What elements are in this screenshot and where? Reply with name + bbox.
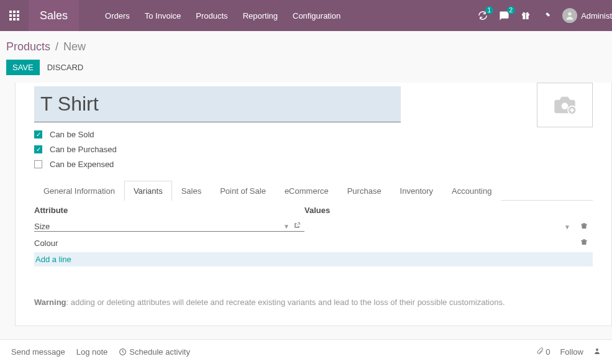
chevron-down-icon[interactable]: ▼ <box>283 223 290 230</box>
chat-badge: 2 <box>507 6 516 14</box>
tools-button[interactable] <box>542 11 551 20</box>
nav-reporting[interactable]: Reporting <box>243 11 278 20</box>
tab-inventory[interactable]: Inventory <box>391 181 442 201</box>
trash-icon <box>580 238 588 246</box>
breadcrumb-separator: / <box>55 40 58 53</box>
attribute-row-colour: Colour <box>34 235 593 251</box>
add-line-button[interactable]: Add a line <box>35 255 71 264</box>
variants-warning: Warning: adding or deleting attributes w… <box>34 298 593 307</box>
nav-orders[interactable]: Orders <box>105 11 130 20</box>
attribute-cell[interactable]: Size ▼ <box>34 222 304 232</box>
user-name-label: Administ <box>581 11 612 20</box>
can-be-purchased-checkbox[interactable] <box>34 145 42 153</box>
apps-grid-icon <box>9 11 19 20</box>
can-be-sold-row: Can be Sold <box>34 130 593 139</box>
tab-sales[interactable]: Sales <box>172 181 211 201</box>
product-flags: Can be Sold Can be Purchased Can be Expe… <box>34 130 593 169</box>
header-values: Values <box>304 206 575 215</box>
chat-button[interactable]: 2 <box>499 11 509 21</box>
apps-launcher[interactable] <box>0 0 29 31</box>
nav-to-invoice[interactable]: To Invoice <box>145 11 181 20</box>
external-link-icon[interactable] <box>293 222 301 231</box>
delete-row-button[interactable] <box>580 239 588 248</box>
tab-point-of-sale[interactable]: Point of Sale <box>211 181 275 201</box>
chevron-down-icon[interactable]: ▼ <box>564 224 570 230</box>
avatar-icon <box>562 8 577 23</box>
user-menu[interactable]: Administ <box>562 8 612 23</box>
tab-purchase[interactable]: Purchase <box>338 181 391 201</box>
refresh-button[interactable]: 1 <box>478 11 488 20</box>
product-tabs: General Information Variants Sales Point… <box>34 180 593 201</box>
nav-right: 1 2 Administ <box>478 8 612 23</box>
svg-rect-2 <box>525 14 526 19</box>
gift-icon <box>521 11 531 20</box>
attribute-name-text[interactable]: Colour <box>34 239 301 248</box>
main-nav: Orders To Invoice Products Reporting Con… <box>105 11 478 20</box>
warning-label: Warning <box>34 298 66 307</box>
form-sheet: Can be Sold Can be Purchased Can be Expe… <box>15 83 612 326</box>
can-be-expensed-checkbox[interactable] <box>34 160 42 168</box>
attribute-row-size: Size ▼ ▼ <box>34 219 593 235</box>
nav-products[interactable]: Products <box>196 11 227 20</box>
add-line-row: Add a line <box>34 252 593 266</box>
product-image-placeholder[interactable] <box>537 83 593 127</box>
save-button[interactable]: SAVE <box>6 60 40 75</box>
nav-configuration[interactable]: Configuration <box>293 11 340 20</box>
action-bar: SAVE DISCARD <box>0 60 612 83</box>
can-be-sold-checkbox[interactable] <box>34 130 42 139</box>
camera-plus-icon <box>550 93 579 117</box>
can-be-sold-label: Can be Sold <box>50 130 94 139</box>
tab-ecommerce[interactable]: eCommerce <box>275 181 338 201</box>
top-navbar: Sales Orders To Invoice Products Reporti… <box>0 0 612 31</box>
tools-icon <box>542 11 551 20</box>
can-be-purchased-row: Can be Purchased <box>34 145 593 154</box>
discard-button[interactable]: DISCARD <box>47 63 84 72</box>
app-title[interactable]: Sales <box>29 0 79 31</box>
tab-general-information[interactable]: General Information <box>34 181 124 201</box>
trash-icon <box>580 222 588 230</box>
breadcrumb-current: New <box>63 40 86 53</box>
gift-button[interactable] <box>521 11 531 20</box>
product-name-input[interactable] <box>34 86 401 122</box>
refresh-badge: 1 <box>485 6 494 14</box>
delete-row-button[interactable] <box>580 223 588 232</box>
header-attribute: Attribute <box>34 206 304 215</box>
breadcrumb: Products / New <box>0 31 612 60</box>
attribute-cell[interactable]: Colour <box>34 239 304 248</box>
can-be-expensed-row: Can be Expensed <box>34 160 593 169</box>
svg-point-3 <box>568 12 571 16</box>
svg-point-4 <box>562 102 569 109</box>
breadcrumb-products[interactable]: Products <box>6 40 50 53</box>
attribute-name-input[interactable]: Size <box>34 222 280 231</box>
tab-accounting[interactable]: Accounting <box>442 181 501 201</box>
values-cell[interactable]: ▼ <box>304 224 575 230</box>
tab-variants[interactable]: Variants <box>124 181 172 201</box>
attribute-table-header: Attribute Values <box>34 201 593 219</box>
warning-text: : adding or deleting attributes will del… <box>66 298 505 307</box>
can-be-purchased-label: Can be Purchased <box>50 145 117 154</box>
can-be-expensed-label: Can be Expensed <box>50 160 114 169</box>
